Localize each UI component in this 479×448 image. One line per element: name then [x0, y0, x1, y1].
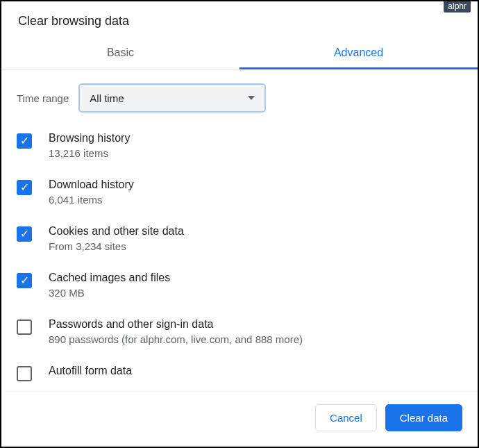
item-title: Browsing history: [49, 132, 130, 144]
dialog-title: Clear browsing data: [1, 1, 478, 38]
clear-data-button[interactable]: Clear data: [385, 404, 462, 431]
checkbox[interactable]: ✓: [17, 273, 32, 288]
list-item: ✓Cached images and files320 MB: [17, 272, 468, 299]
item-text: Browsing history13,216 items: [49, 132, 130, 159]
checkmark-icon: ✓: [20, 275, 29, 286]
item-subtitle: 13,216 items: [49, 147, 130, 159]
item-subtitle: 890 passwords (for alphr.com, live.com, …: [49, 333, 303, 345]
list-item: ✓Cookies and other site dataFrom 3,234 s…: [17, 225, 468, 252]
tab-advanced[interactable]: Advanced: [239, 38, 478, 69]
chevron-down-icon: [248, 96, 255, 100]
time-range-value: All time: [90, 92, 124, 104]
item-subtitle: From 3,234 sites: [49, 240, 184, 252]
cancel-button[interactable]: Cancel: [315, 404, 377, 431]
checkmark-icon: ✓: [20, 135, 29, 147]
item-title: Cached images and files: [49, 272, 170, 284]
item-title: Autofill form data: [49, 365, 132, 377]
list-item: ✓Browsing history13,216 items: [17, 132, 468, 159]
time-range-select[interactable]: All time: [78, 83, 266, 113]
list-item: Passwords and other sign-in data890 pass…: [17, 318, 468, 345]
item-subtitle: 6,041 items: [49, 194, 134, 206]
item-title: Download history: [49, 179, 134, 191]
list-item: ✓Download history6,041 items: [17, 179, 468, 206]
checkbox[interactable]: [17, 366, 32, 381]
item-text: Cached images and files320 MB: [49, 272, 170, 299]
checkmark-icon: ✓: [20, 182, 29, 193]
list-item: Autofill form data: [17, 365, 468, 381]
tab-basic[interactable]: Basic: [1, 38, 239, 69]
item-subtitle: 320 MB: [49, 287, 170, 299]
time-range-row: Time range All time: [17, 83, 468, 113]
checkmark-icon: ✓: [20, 229, 29, 240]
item-text: Cookies and other site dataFrom 3,234 si…: [49, 225, 184, 252]
time-range-label: Time range: [17, 92, 69, 104]
tabs: Basic Advanced: [1, 38, 478, 69]
checkbox[interactable]: [17, 320, 32, 335]
checkbox[interactable]: ✓: [17, 180, 32, 195]
dialog-content[interactable]: Time range All time ✓Browsing history13,…: [1, 69, 478, 391]
clear-browsing-data-dialog: Clear browsing data Basic Advanced Time …: [1, 1, 478, 447]
item-text: Passwords and other sign-in data890 pass…: [49, 318, 303, 345]
item-title: Passwords and other sign-in data: [49, 318, 303, 331]
item-title: Cookies and other site data: [49, 225, 184, 238]
item-text: Autofill form data: [49, 365, 132, 377]
dialog-footer: Cancel Clear data: [1, 391, 478, 447]
watermark-badge: alphr: [444, 0, 471, 13]
item-text: Download history6,041 items: [49, 179, 134, 206]
checkbox[interactable]: ✓: [17, 133, 32, 149]
checkbox[interactable]: ✓: [17, 226, 32, 242]
